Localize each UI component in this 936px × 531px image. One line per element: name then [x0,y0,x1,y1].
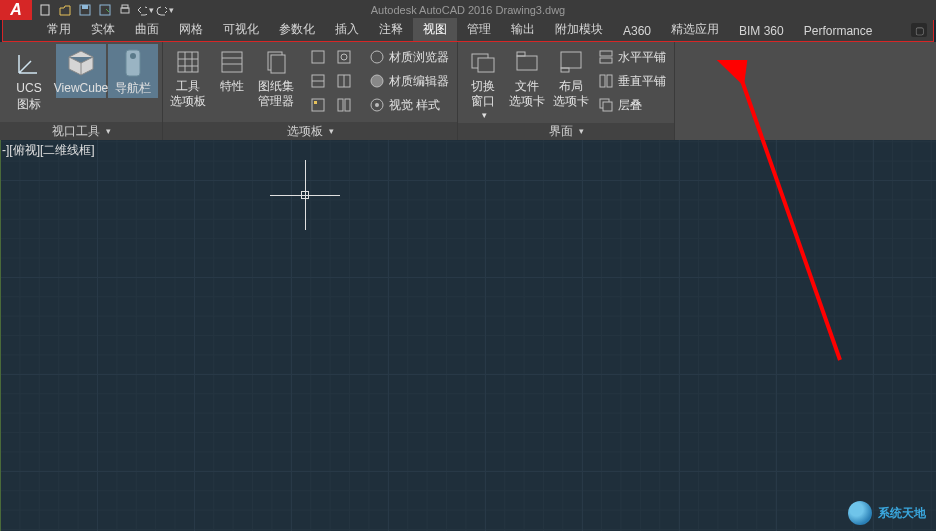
tile-vertical-icon [598,73,614,89]
viewport-control-label[interactable]: -][俯视][二维线框] [2,142,95,159]
panel-viewport-tools: UCS图标 ViewCube 导航栏 视口工具▾ [0,42,163,140]
print-icon[interactable] [116,2,134,18]
palette-icon [310,49,326,65]
svg-point-32 [375,103,379,107]
quick-access-toolbar: ▾ ▾ [32,2,178,18]
cascade-button[interactable]: 层叠 [594,94,670,116]
small-palette-button-2[interactable] [306,70,330,92]
svg-point-30 [371,75,383,87]
tab-parametric[interactable]: 参数化 [269,18,325,41]
svg-rect-23 [338,51,350,63]
tab-mesh[interactable]: 网格 [169,18,213,41]
watermark: 系统天地 [848,501,926,525]
visual-styles-button[interactable]: 视觉 样式 [365,94,453,116]
undo-icon[interactable]: ▾ [136,2,154,18]
file-tabs-button[interactable]: 文件选项卡 [506,44,548,111]
properties-icon [216,46,248,78]
title-bar: A ▾ ▾ Autodesk AutoCAD 2016 Drawing3.dwg [0,0,936,20]
switch-window-button[interactable]: 切换窗口▾ [462,44,504,123]
tab-performance[interactable]: Performance [794,21,883,41]
palette-icon [336,73,352,89]
svg-point-24 [341,54,347,60]
saveas-icon[interactable] [96,2,114,18]
svg-rect-36 [517,52,525,56]
viewcube-icon [65,47,97,79]
svg-rect-2 [82,5,88,9]
svg-rect-41 [600,75,605,87]
ribbon-minimize-icon[interactable]: ▢ [911,23,927,37]
svg-rect-38 [561,68,569,72]
svg-rect-17 [271,55,285,73]
svg-rect-5 [122,5,128,8]
tab-addins[interactable]: 附加模块 [545,18,613,41]
material-editor-icon [369,73,385,89]
tab-surface[interactable]: 曲面 [125,18,169,41]
switch-window-icon [467,46,499,78]
tile-horizontal-button[interactable]: 水平平铺 [594,46,670,68]
panel-palettes: 工具选项板 特性 图纸集管理器 材质浏览 [163,42,458,140]
app-menu-icon[interactable]: A [0,0,32,20]
svg-rect-3 [100,5,110,15]
drawing-canvas[interactable]: -][俯视][二维线框] [0,140,936,531]
open-icon[interactable] [56,2,74,18]
new-icon[interactable] [36,2,54,18]
cascade-icon [598,97,614,113]
save-icon[interactable] [76,2,94,18]
tab-home[interactable]: 常用 [37,18,81,41]
palette-icon [310,73,326,89]
tab-visualize[interactable]: 可视化 [213,18,269,41]
svg-rect-21 [312,99,324,111]
tab-a360[interactable]: A360 [613,21,661,41]
sheetset-icon [260,46,292,78]
properties-button[interactable]: 特性 [211,44,253,95]
svg-rect-27 [338,99,343,111]
svg-rect-22 [314,101,317,104]
svg-rect-44 [603,102,612,111]
layout-tabs-icon [555,46,587,78]
panel-title[interactable]: 选项板▾ [163,122,457,140]
palette-icon [336,97,352,113]
small-palette-button-3[interactable] [306,94,330,116]
svg-rect-8 [178,52,198,72]
tab-insert[interactable]: 插入 [325,18,369,41]
tab-bim360[interactable]: BIM 360 [729,21,794,41]
svg-point-29 [371,51,383,63]
tool-palettes-icon [172,46,204,78]
watermark-logo-icon [848,501,872,525]
tab-annotate[interactable]: 注释 [369,18,413,41]
svg-rect-40 [600,58,612,63]
small-palette-button-1[interactable] [306,46,330,68]
layout-tabs-button[interactable]: 布局选项卡 [550,44,592,111]
redo-icon[interactable]: ▾ [156,2,174,18]
tab-output[interactable]: 输出 [501,18,545,41]
material-browser-button[interactable]: 材质浏览器 [365,46,453,68]
ucs-icon-button[interactable]: UCS图标 [4,44,54,115]
visual-styles-icon [369,97,385,113]
small-palette-button-5[interactable] [332,70,356,92]
navbar-button[interactable]: 导航栏 [108,44,158,98]
small-palette-button-4[interactable] [332,46,356,68]
tile-vertical-button[interactable]: 垂直平铺 [594,70,670,92]
panel-title[interactable]: 视口工具▾ [0,122,162,140]
navbar-icon [117,47,149,79]
svg-rect-37 [561,52,581,68]
tile-horizontal-icon [598,49,614,65]
tab-view[interactable]: 视图 [413,18,457,41]
file-tabs-icon [511,46,543,78]
sheetset-manager-button[interactable]: 图纸集管理器 [255,44,297,111]
tool-palettes-button[interactable]: 工具选项板 [167,44,209,111]
material-editor-button[interactable]: 材质编辑器 [365,70,453,92]
viewcube-button[interactable]: ViewCube [56,44,106,98]
axis-line [0,140,1,531]
tab-manage[interactable]: 管理 [457,18,501,41]
svg-rect-34 [478,58,494,72]
svg-rect-18 [312,51,324,63]
palette-icon [310,97,326,113]
svg-rect-13 [222,52,242,72]
small-palette-button-6[interactable] [332,94,356,116]
svg-rect-0 [41,5,49,15]
tab-featured[interactable]: 精选应用 [661,18,729,41]
material-browser-icon [369,49,385,65]
tab-solid[interactable]: 实体 [81,18,125,41]
panel-title[interactable]: 界面▾ [458,123,674,140]
